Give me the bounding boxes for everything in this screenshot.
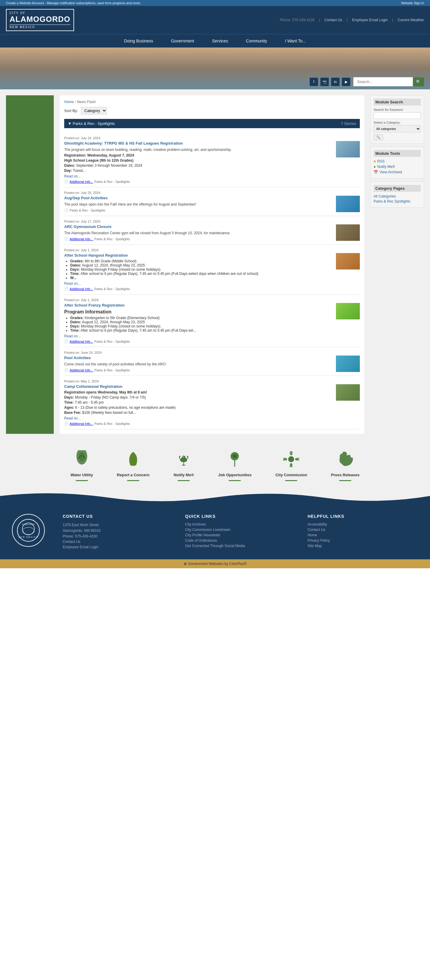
post-date: Posted on: June 19, 2024 — [64, 351, 360, 354]
keyword-input[interactable] — [374, 112, 421, 119]
footer-icon-job-opportunities[interactable]: Job Opportunities — [218, 449, 251, 481]
notify-me-icon — [173, 449, 194, 470]
footer-icon-underline — [76, 480, 88, 481]
footer-icon-notify-me[interactable]: Notify Me® — [173, 449, 194, 481]
notify-me-link[interactable]: ● Notify Me® — [374, 165, 421, 169]
footer-icon-water-utility[interactable]: Water Utility — [70, 449, 93, 481]
news-title[interactable]: After School Frenzy Registration — [64, 303, 333, 307]
website-sign-in[interactable]: Website Sign In — [401, 1, 424, 5]
instagram-icon[interactable]: 📷 — [321, 78, 329, 86]
additional-info-icon: 📄 — [64, 287, 68, 291]
news-title[interactable]: Pool Activities — [64, 356, 333, 360]
footer-icons-section: Water Utility Report a Concern — [0, 440, 430, 490]
module-search-title: Module Search — [374, 99, 421, 105]
category-tag: Parks & Rec - Spotlights — [94, 237, 130, 241]
main-nav: Doing Business Government Services Commu… — [0, 34, 430, 48]
news-body: The Alamogordo Recreation Center gym wil… — [64, 231, 333, 236]
post-date: Posted on: July 1, 2024 — [64, 248, 360, 252]
news-item: Posted on: July 17, 2024 ARC Gymnasium C… — [64, 216, 360, 245]
search-input[interactable] — [353, 77, 413, 86]
civicplus-text: 🖥 — [183, 562, 188, 566]
footer-link-code-ordinances[interactable]: Code of Ordinances — [185, 538, 296, 542]
read-on-link[interactable]: Read on... — [64, 334, 333, 338]
bottom-bar: 🖥 Government Websites by CivicPlus® — [0, 559, 430, 568]
top-bar: Create a Website Account - Manage notifi… — [0, 0, 430, 6]
footer-link-privacy[interactable]: Privacy Policy — [308, 538, 418, 542]
nav-doing-business[interactable]: Doing Business — [115, 34, 162, 48]
nav-government[interactable]: Government — [162, 34, 203, 48]
report-concern-icon — [123, 449, 144, 470]
sort-select[interactable]: Category Date — [81, 107, 107, 115]
facebook-icon[interactable]: f — [309, 78, 318, 86]
sort-label: Sort By: — [64, 108, 78, 113]
nav-community[interactable]: Community — [237, 34, 276, 48]
additional-info: 📄 Additional Info... Parks & Rec - Spotl… — [64, 180, 333, 183]
additional-info: 📄 Parks & Rec - Spotlights — [64, 208, 333, 212]
svg-text:ALAMOGORDO: ALAMOGORDO — [22, 523, 35, 525]
svg-point-6 — [233, 454, 237, 458]
news-thumbnail — [336, 196, 360, 212]
footer-link-contact-us[interactable]: Contact Us — [308, 528, 418, 532]
search-button[interactable]: 🔍 — [413, 77, 424, 86]
footer-icon-city-commission[interactable]: City Commission — [275, 449, 307, 481]
additional-info-link[interactable]: Additional Info... — [70, 340, 93, 343]
wave-separator — [0, 490, 430, 505]
info-row: Days: Monday - Friday (NO Camp days: 7/4… — [64, 395, 333, 399]
module-tools-box: Module Tools ■ RSS ● Notify Me® 📅 View A… — [370, 147, 424, 179]
footer-link-city-archives[interactable]: City Archives — [185, 522, 296, 527]
youtube-icon[interactable]: ▶ — [342, 78, 350, 86]
news-title[interactable]: After School Hangout Registration — [64, 253, 333, 258]
footer-link-accessibility[interactable]: Accessibility — [308, 522, 418, 527]
footer-icon-press-releases[interactable]: Press Releases — [331, 449, 360, 481]
all-categories-link[interactable]: All Categories — [374, 194, 421, 198]
view-archived-link[interactable]: 📅 View Archived — [374, 170, 421, 174]
rss-link[interactable]: ■ RSS — [374, 159, 421, 164]
footer-link-home[interactable]: Home — [308, 533, 418, 537]
news-row: ARC Gymnasium Closure The Alamogordo Rec… — [64, 224, 360, 241]
news-row: Camp Cottonwood Registration Registratio… — [64, 384, 360, 425]
news-title[interactable]: Ghostlight Academy: TTRPG MS & HS Fall L… — [64, 141, 333, 145]
logo[interactable]: CITY OF ALAMOGORDO NEW MEXICO — [6, 9, 74, 31]
footer-contact-link[interactable]: Contact Us — [63, 539, 173, 544]
news-body: The pool stays open into the Fall! Here … — [64, 202, 333, 207]
parks-rec-link[interactable]: Parks & Rec Spotlights — [374, 199, 421, 204]
svg-line-11 — [292, 452, 292, 455]
footer-link-city-profile-newsletter[interactable]: City Profile Newsletter — [185, 533, 296, 537]
footer-link-social-media[interactable]: Get Connected Through Social Media — [185, 544, 296, 548]
civicplus-link[interactable]: Government Websites by CivicPlus® — [188, 562, 247, 566]
nav-services[interactable]: Services — [203, 34, 237, 48]
info-row: Ages: 6 - 13 (Due to safety precautions,… — [64, 406, 333, 410]
linkedin-icon[interactable]: in — [331, 78, 340, 86]
news-title[interactable]: ARC Gymnasium Closure — [64, 224, 333, 229]
post-date: Posted on: July 24, 2024 — [64, 136, 360, 140]
news-body: Come check out the variety of pool activ… — [64, 361, 333, 367]
footer-employee-link[interactable]: Employee Email Login — [63, 545, 173, 549]
news-title[interactable]: Camp Cottonwood Registration — [64, 384, 333, 389]
news-item: Posted on: July 1, 2024 After School Han… — [64, 245, 360, 294]
read-on-link[interactable]: Read on... — [64, 416, 333, 420]
header-phone: Phone: 575-439-4100 — [280, 18, 314, 22]
weather-link[interactable]: Current Weather — [398, 18, 424, 22]
search-submit-button[interactable]: 🔍 — [374, 134, 383, 140]
breadcrumb-home[interactable]: Home — [64, 100, 74, 104]
news-title[interactable]: Aug/Sep Pool Activities — [64, 196, 333, 200]
category-select[interactable]: All categories Parks & Rec - Spotlights — [374, 125, 421, 132]
additional-info-link[interactable]: Additional Info... — [70, 287, 93, 291]
footer-icon-report-concern[interactable]: Report a Concern — [117, 449, 149, 481]
news-item: Posted on: July 25, 2024 Aug/Sep Pool Ac… — [64, 187, 360, 216]
additional-info-icon: 📄 — [64, 208, 68, 212]
footer-helpful-links-col: HELPFUL LINKS Accessibility Contact Us H… — [308, 514, 418, 550]
additional-info-link[interactable]: Additional Info... — [70, 237, 93, 241]
additional-info-link[interactable]: Additional Info... — [70, 368, 93, 372]
nav-i-want-to[interactable]: I Want To... — [276, 34, 315, 48]
read-on-link[interactable]: Read on... — [64, 174, 333, 178]
water-utility-label: Water Utility — [70, 473, 93, 477]
employee-login-link[interactable]: Employee Email Login — [352, 18, 387, 22]
read-on-link[interactable]: Read on... — [64, 282, 333, 286]
footer-link-sitemap[interactable]: Site Map — [308, 544, 418, 548]
news-thumbnail — [336, 384, 360, 401]
additional-info-link[interactable]: Additional Info... — [70, 180, 93, 183]
contact-us-link[interactable]: Contact Us — [325, 18, 342, 22]
additional-info-link[interactable]: Additional Info... — [70, 422, 93, 425]
footer-link-city-commission-livestream[interactable]: City Commission Livestream — [185, 528, 296, 532]
